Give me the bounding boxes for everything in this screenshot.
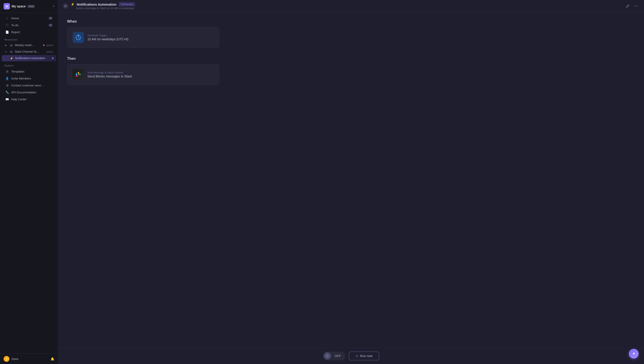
topbar-info: ⚡ Notifications Automation Full Access S… [71, 2, 622, 10]
scheduler-trigger-value: 10 AM on weekdays (UTC+8) [88, 37, 214, 41]
slack-action-card[interactable]: Send Message to Slack Channel Send Block… [67, 64, 219, 85]
svg-rect-2 [64, 7, 67, 7]
svg-rect-14 [77, 75, 78, 77]
notification-dot [43, 45, 44, 46]
templates-label: Templates [11, 70, 24, 73]
sidebar-item-api-docs[interactable]: 🔧 API Documentation [2, 89, 56, 96]
svg-rect-12 [78, 73, 79, 75]
sidebar-footer: Y Doris 🔔 [0, 353, 58, 364]
topbar-title-row: ⚡ Notifications Automation Full Access [71, 2, 622, 6]
invite-members-label: Invite Members [11, 77, 31, 80]
sidebar-item-weekly-meeting[interactable]: ▶ ⊞ Weekly meeti… 1piece [2, 42, 56, 48]
active-indicator-dot [52, 58, 54, 59]
edit-button[interactable] [624, 3, 631, 10]
user-name: Doris [12, 357, 48, 361]
contact-support-label: Contact customer servi… [11, 84, 44, 87]
sidebar-item-report[interactable]: 📄 Report [2, 29, 56, 35]
topbar: ⚡ Notifications Automation Full Access S… [58, 0, 644, 12]
more-options-button[interactable] [633, 3, 640, 10]
help-icon: 📖 [5, 97, 9, 101]
templates-icon: ⊞ [5, 70, 9, 73]
svg-rect-0 [64, 5, 67, 5]
ai-assistant-fab[interactable]: ✦ [629, 349, 639, 359]
api-icon: 🔧 [5, 90, 9, 94]
when-section: When Scheduler Trigger 10 AM on weekdays… [67, 20, 635, 48]
content-area: When Scheduler Trigger 10 AM on weekdays… [58, 12, 644, 348]
chevron-down-icon: ▾ [53, 5, 54, 8]
invite-icon: 👤 [5, 77, 9, 80]
scheduler-card-text: Scheduler Trigger 10 AM on weekdays (UTC… [88, 34, 214, 41]
svg-rect-8 [76, 73, 77, 74]
todo-badge: 3 [48, 24, 52, 27]
weekly-meeting-count: 1piece [46, 44, 54, 47]
sidebar-nav: ⌂ Home 3 ☐ To-do 3 📄 Report Resources ▶ … [0, 13, 58, 353]
automation-toggle[interactable]: OFF [323, 351, 345, 360]
sidebar-item-todo-label: To-do [11, 24, 18, 27]
home-badge: 3 [48, 17, 52, 20]
topbar-actions [624, 3, 640, 10]
sidebar-item-home[interactable]: ⌂ Home 3 [2, 15, 56, 22]
resources-section-label: Resources [0, 36, 58, 42]
collapse-arrow-icon: ▼ [4, 50, 8, 53]
svg-rect-7 [76, 74, 77, 75]
svg-rect-1 [64, 6, 67, 6]
report-icon: 📄 [5, 30, 9, 34]
svg-point-16 [327, 355, 328, 356]
run-now-button[interactable]: ⊙ Run now [349, 351, 379, 360]
then-section: Then Send Message t [67, 57, 635, 85]
svg-rect-9 [80, 74, 81, 75]
support-icon: 🖥 [5, 84, 9, 87]
slack-channel-label: Slack Channel Sc… [15, 50, 44, 53]
workspace-avatar: M [4, 3, 10, 10]
timer-icon-wrapper [73, 32, 84, 43]
sidebar: M My space Free ▾ ⌂ Home 3 ☐ To-do 3 📄 R… [0, 0, 58, 364]
weekly-meeting-label: Weekly meeti… [15, 44, 41, 47]
toggle-thumb [324, 352, 331, 359]
workspace-header[interactable]: M My space Free ▾ [0, 0, 58, 13]
bell-icon[interactable]: 🔔 [50, 357, 54, 361]
sidebar-item-todo[interactable]: ☐ To-do 3 [2, 22, 56, 29]
svg-rect-11 [78, 72, 79, 73]
sidebar-item-templates[interactable]: ⊞ Templates [2, 68, 56, 75]
user-avatar: Y [4, 356, 10, 362]
grid-icon: ⊞ [10, 43, 13, 47]
run-now-label: Run now [360, 354, 372, 358]
topbar-automation-icon: ⚡ [71, 3, 74, 6]
api-docs-label: API Documentation [11, 91, 36, 94]
svg-point-4 [636, 6, 636, 7]
full-access-badge: Full Access [119, 2, 135, 6]
sidebar-item-notifications-automation[interactable]: ⚡ Notifications Automation [2, 55, 56, 61]
scheduler-trigger-label: Scheduler Trigger [88, 34, 214, 37]
grid-icon-slack: ⊞ [10, 50, 13, 54]
automation-icon: ⚡ [10, 56, 14, 60]
sidebar-item-slack-channel[interactable]: ▼ ⊞ Slack Channel Sc… 1piece [2, 49, 56, 55]
explore-section-label: Explore [0, 62, 58, 68]
sidebar-item-contact-support[interactable]: 🖥 Contact customer servi… [2, 82, 56, 89]
workspace-name: My space [12, 5, 26, 8]
bottom-bar: OFF ⊙ Run now [58, 348, 644, 364]
toggle-off-label: OFF [331, 354, 344, 358]
slack-channel-count: 1piece [46, 50, 54, 53]
sidebar-item-report-label: Report [11, 31, 20, 34]
sparkle-icon: ✦ [632, 351, 636, 356]
sidebar-collapse-button[interactable] [62, 3, 68, 9]
svg-point-3 [634, 6, 635, 7]
main-area: ⚡ Notifications Automation Full Access S… [58, 0, 644, 364]
then-section-title: Then [67, 57, 635, 61]
todo-icon: ☐ [5, 23, 9, 27]
notifications-automation-label: Notifications Automation [15, 57, 50, 60]
when-section-title: When [67, 20, 635, 24]
slack-action-label: Send Message to Slack Channel [88, 71, 214, 74]
sidebar-item-help-center[interactable]: 📖 Help Center [2, 96, 56, 103]
scheduler-trigger-card[interactable]: Scheduler Trigger 10 AM on weekdays (UTC… [67, 27, 219, 48]
topbar-subtitle: Send a message to Slack at 10 AM on week… [76, 7, 622, 10]
svg-rect-13 [76, 75, 77, 77]
sidebar-item-home-label: Home [11, 17, 19, 20]
help-center-label: Help Center [11, 98, 26, 101]
expand-arrow-icon: ▶ [4, 44, 8, 47]
run-icon: ⊙ [356, 354, 358, 358]
sidebar-item-invite-members[interactable]: 👤 Invite Members [2, 75, 56, 82]
slack-icon-wrapper [73, 69, 84, 80]
home-icon: ⌂ [5, 16, 9, 20]
svg-point-5 [637, 6, 638, 7]
